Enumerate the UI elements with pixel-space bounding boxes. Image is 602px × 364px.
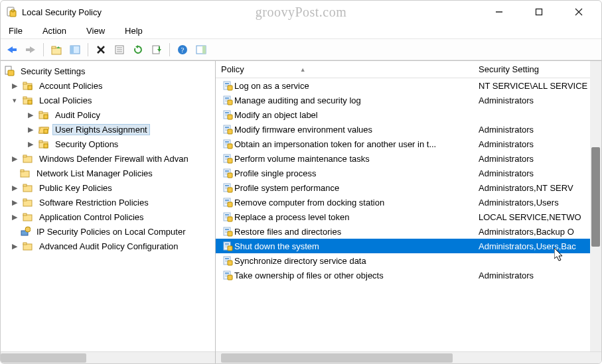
tree-label: IP Security Policies on Local Computer — [34, 226, 188, 237]
folder-lock-icon — [22, 95, 34, 105]
policy-row[interactable]: Modify firmware environment valuesAdmini… — [216, 122, 601, 137]
properties-button[interactable] — [111, 41, 128, 58]
svg-rect-43 — [44, 129, 48, 133]
svg-rect-67 — [225, 97, 229, 99]
policy-row[interactable]: Log on as a serviceNT SERVICE\ALL SERVIC… — [216, 78, 601, 93]
policy-icon — [221, 182, 234, 193]
list-header[interactable]: Policy ▲ Security Setting — [216, 61, 601, 78]
chevron-right-icon[interactable]: ▶ — [10, 198, 19, 207]
svg-rect-52 — [23, 184, 27, 186]
tree-item-account-policies[interactable]: ▶ Account Policies — [3, 78, 215, 93]
chevron-right-icon[interactable]: ▶ — [26, 111, 35, 119]
tree-label: Windows Defender Firewall with Advan — [37, 153, 191, 164]
close-button[interactable] — [567, 3, 591, 21]
folder-lock-icon — [38, 109, 50, 120]
forward-button[interactable] — [22, 41, 39, 58]
folder-icon — [22, 182, 34, 193]
delete-button[interactable] — [92, 41, 110, 58]
ipsec-icon — [19, 226, 31, 237]
tree-label: User Rights Assignment — [52, 124, 150, 135]
window-title: Local Security Policy — [22, 7, 102, 17]
policy-row[interactable]: Profile single processAdministrators — [216, 166, 601, 180]
maximize-button[interactable] — [527, 3, 551, 21]
chevron-right-icon[interactable]: ▶ — [10, 184, 19, 192]
list-horizontal-scrollbar[interactable] — [216, 351, 601, 363]
toolbar-separator — [43, 43, 44, 56]
policy-row[interactable]: Shut down the systemAdministrators,Users… — [216, 239, 601, 253]
tree-item-public-key[interactable]: ▶ Public Key Policies — [3, 180, 215, 195]
policy-row[interactable]: Modify an object label — [216, 107, 601, 122]
action-pane-button[interactable] — [192, 41, 210, 58]
help-button[interactable]: ? — [174, 41, 191, 58]
policy-list[interactable]: Log on as a serviceNT SERVICE\ALL SERVIC… — [216, 78, 601, 351]
titlebar: Local Security Policy groovyPost.com — [1, 1, 601, 23]
chevron-right-icon[interactable]: ▶ — [10, 82, 19, 90]
chevron-down-icon[interactable]: ▾ — [10, 96, 19, 105]
chevron-right-icon[interactable]: ▶ — [10, 242, 19, 251]
policy-row[interactable]: Synchronize directory service data — [216, 253, 601, 268]
back-button[interactable] — [3, 41, 21, 58]
minimize-button[interactable] — [487, 3, 511, 21]
tree-item-network-list[interactable]: Network List Manager Policies — [3, 166, 215, 180]
svg-marker-9 — [30, 46, 35, 53]
svg-rect-82 — [225, 141, 229, 143]
window: Local Security Policy groovyPost.com Fil… — [0, 0, 602, 364]
policy-row[interactable]: Remove computer from docking stationAdmi… — [216, 195, 601, 210]
tree-item-software-restriction[interactable]: ▶ Software Restriction Policies — [3, 195, 215, 210]
policy-name: Log on as a service — [234, 81, 479, 91]
policy-row[interactable]: Obtain an impersonation token for anothe… — [216, 137, 601, 151]
tree-item-app-control[interactable]: ▶ Application Control Policies — [3, 210, 215, 224]
policy-row[interactable]: Perform volume maintenance tasksAdminist… — [216, 151, 601, 166]
policy-row[interactable]: Replace a process level tokenLOCAL SERVI… — [216, 210, 601, 224]
policy-row[interactable]: Manage auditing and security logAdminist… — [216, 93, 601, 107]
tree-item-local-policies[interactable]: ▾ Local Policies — [3, 93, 215, 107]
tree-item-user-rights-assignment[interactable]: ▶ User Rights Assignment — [3, 122, 215, 137]
tree-item-audit-policy[interactable]: ▶ Audit Policy — [3, 107, 215, 122]
menu-view[interactable]: View — [82, 25, 109, 37]
menu-help[interactable]: Help — [121, 25, 147, 37]
vertical-scrollbar[interactable] — [590, 61, 601, 351]
menu-file[interactable]: File — [5, 25, 27, 37]
refresh-button[interactable] — [129, 41, 147, 58]
column-setting-label: Security Setting — [479, 64, 539, 74]
svg-rect-25 — [159, 46, 160, 50]
policy-row[interactable]: Profile system performanceAdministrators… — [216, 180, 601, 195]
svg-rect-92 — [225, 170, 229, 172]
export-button[interactable] — [148, 41, 165, 58]
tree-item-advanced-audit[interactable]: ▶ Advanced Audit Policy Configuration — [3, 239, 215, 253]
svg-rect-90 — [228, 158, 232, 163]
policy-setting: Administrators — [479, 154, 601, 164]
tree-root[interactable]: Security Settings — [3, 64, 215, 78]
tree-label: Local Policies — [37, 95, 95, 106]
folder-icon — [22, 197, 34, 208]
svg-rect-1 — [10, 11, 16, 17]
scrollbar-thumb[interactable] — [591, 147, 600, 247]
svg-marker-22 — [135, 45, 138, 48]
tree-horizontal-scrollbar[interactable] — [1, 351, 215, 363]
policy-name: Replace a process level token — [234, 212, 479, 222]
tree-item-security-options[interactable]: ▶ Security Options — [3, 137, 215, 151]
svg-rect-130 — [228, 275, 232, 280]
tree-label: Security Options — [52, 139, 121, 150]
show-hide-tree-button[interactable] — [66, 41, 84, 58]
column-policy[interactable]: Policy ▲ — [221, 64, 479, 74]
chevron-right-icon[interactable]: ▶ — [26, 125, 35, 134]
policy-setting: Administrators,Backup O — [479, 227, 601, 237]
chevron-right-icon[interactable]: ▶ — [10, 213, 19, 221]
column-setting[interactable]: Security Setting — [479, 64, 601, 74]
policy-row[interactable]: Restore files and directoriesAdministrat… — [216, 224, 601, 239]
policy-row[interactable]: Take ownership of files or other objects… — [216, 268, 601, 282]
tree[interactable]: Security Settings ▶ Account Policies ▾ L… — [1, 61, 215, 351]
policy-name: Take ownership of files or other objects — [234, 271, 479, 280]
chevron-right-icon[interactable]: ▶ — [10, 154, 19, 163]
chevron-right-icon[interactable]: ▶ — [26, 140, 35, 149]
policy-icon — [221, 168, 234, 178]
tree-item-ipsec[interactable]: IP Security Policies on Local Computer — [3, 224, 215, 239]
up-button[interactable] — [48, 41, 65, 58]
tree-item-firewall[interactable]: ▶ Windows Defender Firewall with Advan — [3, 151, 215, 166]
menu-action[interactable]: Action — [38, 25, 70, 37]
svg-rect-50 — [21, 170, 24, 172]
menubar: File Action View Help — [1, 23, 601, 39]
tree-label: Software Restriction Policies — [37, 197, 151, 208]
policy-name: Profile system performance — [234, 183, 479, 193]
